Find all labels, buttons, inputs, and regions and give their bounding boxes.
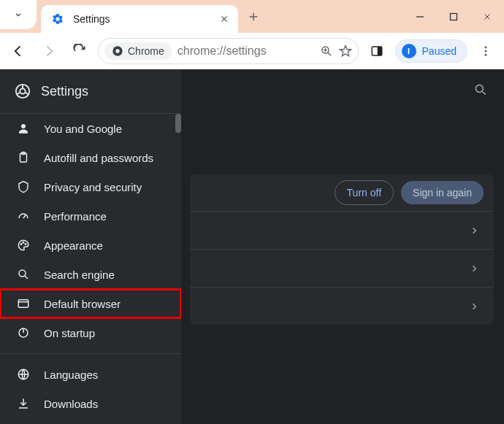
svg-point-15 bbox=[23, 242, 24, 244]
settings-panel: Turn off Sign in again bbox=[190, 174, 494, 325]
svg-point-8 bbox=[485, 53, 487, 55]
sidebar-item-search-engine[interactable]: Search engine bbox=[0, 260, 181, 289]
sidebar-item-label: Languages bbox=[44, 369, 98, 381]
person-icon bbox=[16, 122, 31, 135]
sidebar-item-you-and-google[interactable]: You and Google bbox=[0, 114, 181, 143]
svg-point-7 bbox=[485, 50, 487, 52]
sidebar-item-label: Privacy and security bbox=[44, 181, 142, 193]
arrow-left-icon bbox=[11, 44, 26, 58]
settings-sidebar: Settings You and Google Autofill and pas… bbox=[0, 69, 181, 424]
power-icon bbox=[16, 326, 31, 339]
close-icon bbox=[482, 12, 492, 22]
sidebar-item-label: Default browser bbox=[44, 298, 121, 310]
site-chip[interactable]: Chrome bbox=[104, 42, 172, 60]
new-tab-button[interactable] bbox=[247, 10, 260, 23]
close-icon bbox=[219, 14, 229, 24]
profile-status-label: Paused bbox=[422, 45, 457, 57]
zoom-icon bbox=[320, 45, 333, 58]
svg-rect-18 bbox=[18, 300, 28, 308]
site-chip-label: Chrome bbox=[128, 45, 164, 57]
svg-point-16 bbox=[25, 244, 26, 245]
turn-off-button[interactable]: Turn off bbox=[335, 180, 394, 205]
svg-point-2 bbox=[115, 49, 119, 53]
speedometer-icon bbox=[16, 209, 31, 223]
star-icon bbox=[339, 45, 352, 58]
svg-point-17 bbox=[19, 270, 26, 277]
svg-point-10 bbox=[20, 88, 25, 93]
svg-point-21 bbox=[476, 85, 483, 92]
overflow-menu-button[interactable] bbox=[473, 45, 498, 58]
palette-icon bbox=[16, 239, 31, 252]
sidebar-item-languages[interactable]: Languages bbox=[0, 360, 181, 389]
sidebar-item-label: Performance bbox=[44, 210, 107, 223]
omnibox[interactable]: Chrome chrome://settings bbox=[98, 38, 359, 64]
maximize-button[interactable] bbox=[437, 2, 470, 31]
close-window-button[interactable] bbox=[470, 2, 504, 31]
sidebar-header: Settings bbox=[0, 69, 181, 113]
side-panel-button[interactable] bbox=[364, 45, 389, 58]
browser-tab[interactable]: Settings bbox=[41, 5, 238, 33]
back-button[interactable] bbox=[6, 39, 31, 63]
sidebar-item-label: Autofill and passwords bbox=[44, 152, 153, 164]
browser-icon bbox=[16, 297, 31, 310]
arrow-right-icon bbox=[42, 44, 56, 58]
download-icon bbox=[16, 397, 31, 410]
content-area: Settings You and Google Autofill and pas… bbox=[0, 69, 504, 424]
sidebar-item-on-startup[interactable]: On startup bbox=[0, 318, 181, 347]
svg-rect-0 bbox=[451, 13, 457, 20]
clipboard-icon bbox=[16, 151, 31, 164]
chevron-right-icon bbox=[467, 262, 481, 275]
scrollbar-thumb[interactable] bbox=[175, 114, 181, 133]
panel-row[interactable] bbox=[190, 249, 494, 287]
panel-row[interactable] bbox=[190, 287, 494, 325]
avatar: I bbox=[402, 44, 416, 58]
gear-icon bbox=[51, 12, 64, 26]
sidebar-divider bbox=[0, 353, 181, 354]
plus-icon bbox=[247, 10, 260, 23]
settings-main: Turn off Sign in again bbox=[181, 69, 504, 424]
sidebar-item-autofill[interactable]: Autofill and passwords bbox=[0, 143, 181, 172]
forward-button[interactable] bbox=[37, 39, 61, 63]
svg-point-14 bbox=[20, 244, 22, 245]
shield-icon bbox=[16, 180, 31, 193]
tab-close-button[interactable] bbox=[219, 14, 229, 24]
bookmark-button[interactable] bbox=[339, 45, 352, 58]
sidebar-item-downloads[interactable]: Downloads bbox=[0, 389, 181, 418]
minimize-button[interactable] bbox=[403, 2, 437, 31]
sidebar-title: Settings bbox=[41, 84, 88, 99]
chevron-right-icon bbox=[467, 224, 481, 237]
panel-row[interactable] bbox=[190, 211, 494, 249]
sidebar-item-label: Appearance bbox=[44, 239, 103, 252]
settings-search-button[interactable] bbox=[473, 82, 488, 100]
reload-button[interactable] bbox=[67, 39, 92, 63]
tab-search-button[interactable] bbox=[0, 0, 37, 29]
reload-icon bbox=[72, 44, 87, 58]
sidebar-item-label: You and Google bbox=[44, 123, 122, 135]
sidebar-item-appearance[interactable]: Appearance bbox=[0, 231, 181, 260]
svg-point-11 bbox=[21, 124, 26, 128]
search-icon bbox=[16, 268, 31, 281]
search-icon bbox=[473, 82, 488, 97]
chrome-icon bbox=[112, 45, 123, 57]
zoom-button[interactable] bbox=[320, 45, 333, 58]
browser-toolbar: Chrome chrome://settings I Paused bbox=[0, 33, 504, 69]
maximize-icon bbox=[449, 12, 458, 21]
sidebar-item-label: Downloads bbox=[44, 398, 98, 410]
more-vertical-icon bbox=[479, 45, 492, 58]
url-text: chrome://settings bbox=[177, 45, 314, 58]
sidebar-item-default-browser[interactable]: Default browser bbox=[0, 289, 181, 318]
side-panel-icon bbox=[370, 45, 383, 58]
tab-title: Settings bbox=[73, 13, 219, 25]
svg-rect-5 bbox=[377, 47, 381, 55]
profile-chip[interactable]: I Paused bbox=[395, 39, 467, 63]
sidebar-item-label: On startup bbox=[44, 327, 95, 339]
chrome-logo-icon bbox=[15, 83, 31, 99]
sidebar-item-performance[interactable]: Performance bbox=[0, 201, 181, 231]
svg-point-6 bbox=[485, 46, 487, 48]
window-controls bbox=[403, 2, 504, 31]
sidebar-item-privacy[interactable]: Privacy and security bbox=[0, 172, 181, 201]
sign-in-again-button[interactable]: Sign in again bbox=[401, 181, 484, 204]
sidebar-scroll: You and Google Autofill and passwords Pr… bbox=[0, 113, 181, 424]
window-titlebar: Settings bbox=[0, 0, 504, 33]
minimize-icon bbox=[416, 12, 424, 21]
